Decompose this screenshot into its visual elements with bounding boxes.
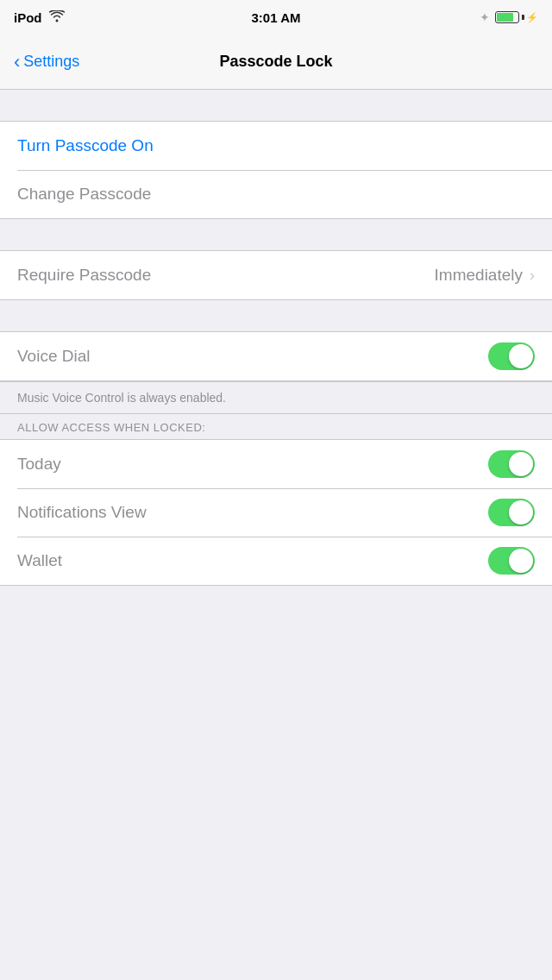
turn-passcode-on-row[interactable]: Turn Passcode On [0,122,552,170]
device-label: iPod [14,10,42,25]
require-passcode-section: Require Passcode Immediately › [0,250,552,300]
voice-dial-label: Voice Dial [17,347,488,366]
page-title: Passcode Lock [219,53,332,71]
turn-passcode-on-label: Turn Passcode On [17,136,535,155]
wallet-toggle-thumb [509,549,533,573]
status-right: ✦ ⚡ [480,10,538,24]
bluetooth-icon: ✦ [480,10,490,24]
section-gap-1 [0,90,552,121]
voice-control-note-text: Music Voice Control is always enabled. [17,391,226,405]
voice-dial-section: Voice Dial [0,331,552,381]
toggle-thumb [509,344,533,368]
allow-access-header: ALLOW ACCESS WHEN LOCKED: [0,414,552,439]
status-time: 3:01 AM [252,10,301,25]
today-row: Today [0,440,552,488]
wallet-row: Wallet [0,537,552,585]
battery-fill [497,13,513,22]
change-passcode-label: Change Passcode [17,185,535,204]
today-toggle-thumb [509,452,533,476]
voice-dial-toggle[interactable] [488,342,535,370]
wallet-label: Wallet [17,551,488,570]
change-passcode-row[interactable]: Change Passcode [0,170,552,218]
require-passcode-value: Immediately [435,266,523,285]
today-toggle[interactable] [488,450,535,478]
back-button[interactable]: ‹ Settings [14,53,79,72]
passcode-section: Turn Passcode On Change Passcode [0,121,552,219]
charging-bolt: ⚡ [526,12,538,23]
require-passcode-chevron-icon: › [530,267,535,285]
nav-bar: ‹ Settings Passcode Lock [0,35,552,90]
notifications-view-label: Notifications View [17,503,488,522]
allow-access-section: Today Notifications View Wallet [0,439,552,586]
battery-body [495,11,519,23]
require-passcode-label: Require Passcode [17,266,435,285]
section-gap-3 [0,300,552,331]
wifi-icon [49,10,65,25]
notifications-view-toggle[interactable] [488,499,535,526]
voice-dial-row: Voice Dial [0,332,552,380]
battery-tip [522,15,524,20]
wallet-toggle[interactable] [488,547,535,575]
section-gap-2 [0,219,552,250]
allow-access-header-text: ALLOW ACCESS WHEN LOCKED: [17,421,205,434]
notifications-view-row: Notifications View [0,488,552,537]
voice-control-note: Music Voice Control is always enabled. [0,381,552,414]
today-label: Today [17,455,488,474]
require-passcode-row[interactable]: Require Passcode Immediately › [0,251,552,299]
battery-indicator: ⚡ [495,11,538,23]
back-label: Settings [23,53,79,71]
notifications-view-toggle-thumb [509,500,533,525]
status-left: iPod [14,10,65,25]
back-chevron-icon: ‹ [14,53,20,72]
status-bar: iPod 3:01 AM ✦ ⚡ [0,0,552,35]
